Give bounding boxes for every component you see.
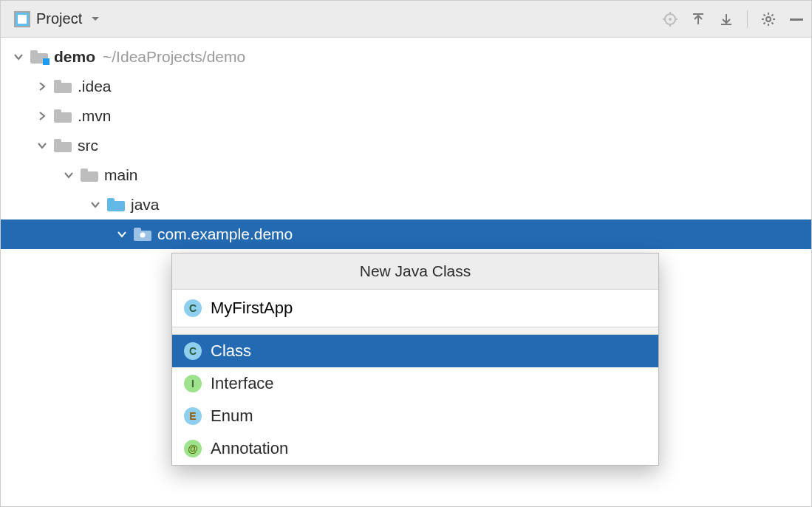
project-icon — [14, 11, 30, 27]
enum-badge-icon: E — [184, 407, 202, 425]
package-icon — [134, 228, 151, 241]
class-badge-icon: C — [184, 299, 202, 317]
tree-item-path: ~/IdeaProjects/demo — [103, 48, 245, 66]
chevron-down-icon[interactable] — [115, 227, 129, 242]
toolbar: Project — [1, 1, 811, 38]
popup-item-label: Interface — [211, 374, 274, 393]
popup-item-interface[interactable]: I Interface — [172, 367, 658, 400]
folder-icon — [54, 139, 72, 152]
collapse-all-icon[interactable] — [719, 12, 734, 27]
project-tree: demo ~/IdeaProjects/demo .idea .mvn src … — [1, 38, 811, 249]
popup-item-class[interactable]: C Class — [172, 335, 658, 367]
tree-item-label: src — [78, 137, 98, 154]
toolbar-actions — [663, 10, 804, 28]
svg-point-10 — [766, 17, 771, 21]
chevron-down-icon[interactable] — [88, 197, 103, 212]
popup-item-annotation[interactable]: @ Annotation — [172, 432, 658, 465]
class-name-input[interactable] — [211, 299, 646, 318]
locate-icon[interactable] — [663, 12, 678, 27]
project-view-selector[interactable]: Project — [8, 9, 109, 29]
chevron-down-icon — [88, 12, 103, 27]
tree-item-java[interactable]: java — [1, 190, 811, 220]
tree-root-demo[interactable]: demo ~/IdeaProjects/demo — [1, 42, 811, 72]
popup-item-enum[interactable]: E Enum — [172, 400, 658, 432]
tree-item-label: demo — [54, 48, 95, 66]
folder-icon — [81, 169, 98, 182]
chevron-down-icon[interactable] — [11, 50, 26, 64]
tree-item-label: com.example.demo — [157, 225, 293, 243]
tree-item-label: .idea — [78, 78, 112, 95]
popup-item-label: Enum — [211, 406, 253, 426]
tree-item-mvn[interactable]: .mvn — [1, 101, 811, 131]
tree-item-idea[interactable]: .idea — [1, 72, 811, 101]
tree-item-label: main — [104, 166, 138, 184]
interface-badge-icon: I — [184, 375, 202, 392]
chevron-down-icon[interactable] — [61, 168, 76, 183]
tree-item-label: java — [131, 196, 160, 214]
popup-kind-list: C Class I Interface E Enum @ Annotation — [172, 335, 658, 465]
hide-icon[interactable] — [789, 12, 804, 27]
svg-line-16 — [771, 22, 773, 24]
folder-icon — [54, 109, 72, 123]
svg-line-18 — [771, 14, 773, 16]
svg-point-1 — [669, 18, 672, 21]
tree-item-label: .mvn — [78, 107, 112, 125]
gear-icon[interactable] — [761, 12, 776, 27]
popup-item-label: Annotation — [211, 439, 288, 458]
tree-item-src[interactable]: src — [1, 131, 811, 160]
new-java-class-popup: New Java Class C C Class I Interface E E… — [171, 253, 659, 466]
tree-item-package[interactable]: com.example.demo — [1, 220, 811, 249]
expand-all-icon[interactable] — [691, 12, 706, 27]
svg-rect-19 — [790, 18, 803, 21]
module-icon — [30, 50, 48, 64]
folder-icon — [54, 80, 72, 93]
project-label: Project — [36, 10, 82, 27]
class-badge-icon: C — [184, 342, 202, 360]
popup-title: New Java Class — [172, 254, 658, 290]
svg-line-17 — [764, 22, 765, 24]
chevron-right-icon[interactable] — [35, 109, 50, 123]
chevron-down-icon[interactable] — [35, 138, 50, 153]
tree-item-main[interactable]: main — [1, 160, 811, 190]
chevron-right-icon[interactable] — [35, 79, 50, 94]
separator — [172, 327, 658, 335]
annotation-badge-icon: @ — [184, 440, 202, 457]
popup-input-row: C — [172, 290, 658, 327]
divider — [747, 10, 748, 28]
source-folder-icon — [107, 198, 125, 211]
popup-item-label: Class — [211, 341, 251, 361]
svg-line-15 — [764, 14, 765, 16]
